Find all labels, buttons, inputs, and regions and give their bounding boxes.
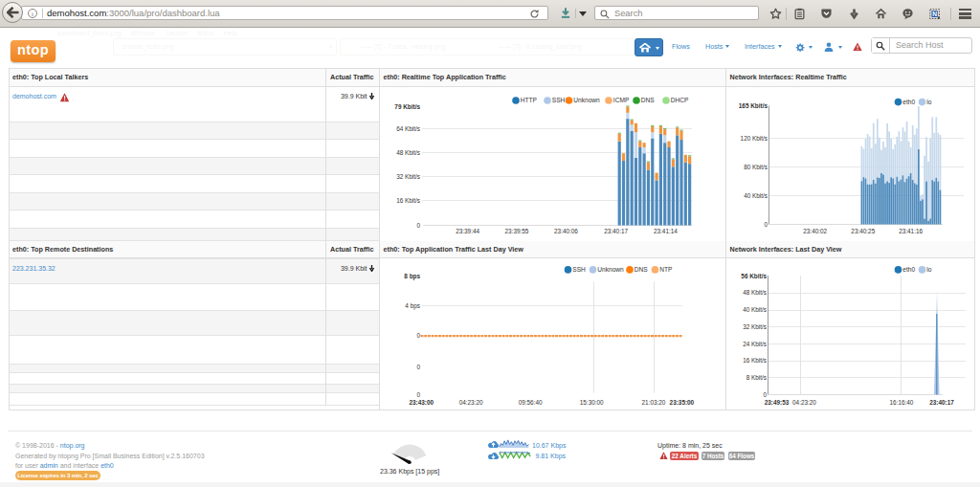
svg-text:0: 0	[416, 222, 420, 229]
svg-text:23:41:14: 23:41:14	[653, 228, 677, 234]
svg-text:32 Kbit/s: 32 Kbit/s	[743, 323, 767, 330]
svg-text:HTTP: HTTP	[520, 97, 537, 103]
svg-text:09:56:40: 09:56:40	[518, 399, 542, 406]
svg-text:48 Kbit/s: 48 Kbit/s	[743, 289, 767, 296]
svg-text:16 Kbit/s: 16 Kbit/s	[743, 357, 767, 364]
svg-text:N: N	[932, 11, 937, 17]
svg-text:21:03:20: 21:03:20	[641, 399, 665, 406]
svg-text:24 Kbit/s: 24 Kbit/s	[743, 341, 767, 347]
svg-text:16:16:40: 16:16:40	[889, 399, 913, 406]
svg-text:Unknown: Unknown	[573, 97, 600, 103]
svg-text:23:40:25: 23:40:25	[851, 228, 875, 234]
svg-text:15:30:00: 15:30:00	[579, 399, 603, 406]
svg-text:DHCP: DHCP	[670, 97, 688, 103]
svg-text:23:49:53: 23:49:53	[764, 399, 789, 406]
svg-text:SSH: SSH	[551, 97, 565, 103]
svg-text:64 Kbit/s: 64 Kbit/s	[396, 125, 420, 132]
svg-text:8 bps: 8 bps	[404, 273, 420, 280]
svg-text:120 Kbit/s: 120 Kbit/s	[740, 135, 767, 142]
svg-text:79 Kbit/s: 79 Kbit/s	[394, 103, 420, 110]
svg-text:23:40:02: 23:40:02	[803, 228, 827, 234]
svg-text:DNS: DNS	[640, 97, 655, 103]
svg-text:80 Kbit/s: 80 Kbit/s	[744, 164, 768, 170]
svg-text:0: 0	[416, 364, 420, 370]
svg-text:04:23:20: 04:23:20	[458, 399, 482, 406]
svg-text:23:39:55: 23:39:55	[504, 228, 528, 234]
svg-text:40 Kbit/s: 40 Kbit/s	[744, 192, 768, 199]
svg-text:04:23:20: 04:23:20	[792, 399, 816, 406]
svg-text:DNS: DNS	[634, 266, 648, 273]
svg-text:lo: lo	[926, 99, 931, 105]
svg-text:SSH: SSH	[572, 266, 586, 273]
svg-text:56 Kbit/s: 56 Kbit/s	[741, 273, 767, 279]
svg-text:NTP: NTP	[659, 266, 673, 273]
svg-text:4 bps: 4 bps	[405, 302, 420, 310]
svg-text:16 Kbit/s: 16 Kbit/s	[396, 197, 420, 204]
svg-text:0: 0	[763, 391, 767, 398]
svg-text:32 Kbit/s: 32 Kbit/s	[396, 173, 420, 180]
svg-text:23:40:17: 23:40:17	[929, 399, 954, 406]
svg-text:165 Kbit/s: 165 Kbit/s	[738, 102, 768, 109]
svg-text:lo: lo	[926, 266, 931, 273]
svg-text:23:40:06: 23:40:06	[554, 228, 578, 234]
svg-text:23:41:16: 23:41:16	[899, 228, 923, 234]
svg-text:0: 0	[416, 391, 420, 398]
svg-text:0: 0	[764, 221, 768, 228]
svg-text:ICMP: ICMP	[612, 97, 629, 103]
svg-text:48 Kbit/s: 48 Kbit/s	[396, 149, 420, 156]
svg-text:Unknown: Unknown	[597, 266, 624, 273]
svg-text:0: 0	[416, 332, 420, 339]
svg-text:23:35:00: 23:35:00	[669, 399, 694, 406]
svg-text:40 Kbit/s: 40 Kbit/s	[743, 306, 767, 313]
svg-text:eth0: eth0	[902, 266, 915, 273]
svg-text:23:40:17: 23:40:17	[604, 228, 628, 234]
svg-text:8 Kbit/s: 8 Kbit/s	[746, 374, 766, 381]
svg-text:23:43:00: 23:43:00	[409, 399, 434, 406]
svg-text:23:39:44: 23:39:44	[456, 228, 479, 234]
svg-text:eth0: eth0	[902, 99, 915, 105]
